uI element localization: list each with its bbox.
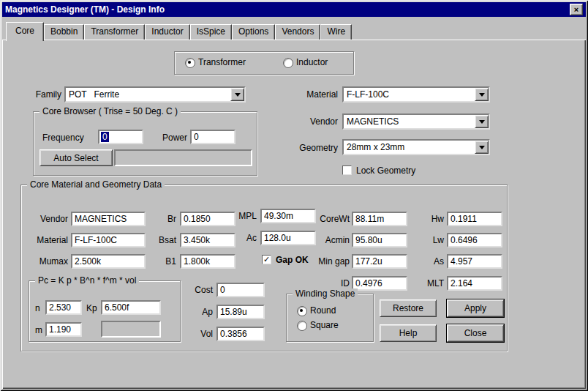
- chevron-down-icon: [235, 93, 241, 97]
- winding-shape-group: Winding Shape Round Square: [286, 294, 374, 342]
- close-button[interactable]: ×: [570, 4, 583, 15]
- family-value: POT Ferrite: [66, 88, 230, 101]
- tab-bobbin[interactable]: Bobbin: [44, 24, 84, 40]
- transformer-radio[interactable]: [185, 58, 195, 68]
- power-input[interactable]: [190, 130, 235, 144]
- chevron-down-icon: [479, 93, 485, 97]
- tab-isspice[interactable]: IsSpice: [190, 24, 232, 40]
- frequency-input[interactable]: 0: [98, 130, 143, 144]
- lw-input[interactable]: [447, 233, 502, 247]
- close-icon: ×: [574, 6, 578, 14]
- auto-select-status-field: [114, 149, 252, 166]
- frequency-label: Frequency: [42, 133, 84, 143]
- winding-shape-title: Winding Shape: [293, 288, 358, 299]
- br-label: Br: [129, 214, 176, 224]
- cd-vendor-label: Vendor: [21, 214, 68, 224]
- mlt-input[interactable]: [447, 276, 502, 291]
- n-label: n: [35, 303, 40, 313]
- apply-button[interactable]: Apply: [447, 299, 504, 317]
- title-bar: Magnetics Designer (TM) - Design Info ×: [2, 2, 586, 17]
- gap-ok-checkbox[interactable]: ✓: [262, 255, 271, 264]
- acmin-label: Acmin: [303, 235, 350, 245]
- m-label: m: [35, 325, 42, 335]
- material-dropdown-button[interactable]: [475, 88, 489, 101]
- auto-select-button[interactable]: Auto Select: [39, 149, 113, 166]
- tab-inductor[interactable]: Inductor: [145, 24, 189, 40]
- tab-core[interactable]: Core: [6, 22, 44, 41]
- cost-label: Cost: [182, 285, 213, 295]
- design-info-window: Magnetics Designer (TM) - Design Info × …: [0, 0, 588, 391]
- material-dropdown[interactable]: F-LF-100C: [342, 86, 490, 103]
- chevron-down-icon: [479, 120, 485, 124]
- tab-options[interactable]: Options: [232, 24, 275, 40]
- close-dialog-button[interactable]: Close: [447, 324, 504, 342]
- square-radio[interactable]: [297, 321, 307, 331]
- power-label: Power: [162, 133, 187, 143]
- inductor-radio[interactable]: [283, 58, 293, 68]
- family-dropdown-button[interactable]: [230, 88, 244, 101]
- material-label: Material: [293, 89, 338, 100]
- window-title: Magnetics Designer (TM) - Design Info: [5, 4, 570, 15]
- n-input[interactable]: [45, 300, 82, 315]
- help-button[interactable]: Help: [380, 324, 437, 342]
- transformer-radio-label[interactable]: Transformer: [198, 57, 246, 67]
- ac-label: Ac: [210, 233, 257, 243]
- kp-input[interactable]: [101, 300, 161, 315]
- mlt-label: MLT: [397, 278, 444, 288]
- restore-button[interactable]: Restore: [380, 299, 437, 317]
- cost-input[interactable]: [216, 283, 265, 297]
- pc-extra-field: [101, 321, 161, 338]
- as-label: As: [397, 256, 444, 267]
- hw-input[interactable]: [447, 212, 502, 226]
- pc-formula-group: Pc = K p * B^n * f^m * vol n Kp m: [29, 280, 181, 342]
- family-dropdown[interactable]: POT Ferrite: [64, 86, 246, 103]
- geometry-dropdown-button[interactable]: [475, 141, 489, 154]
- b1-input[interactable]: [180, 254, 235, 269]
- tab-strip: Core Bobbin Transformer Inductor IsSpice…: [6, 23, 352, 41]
- vendor-value: MAGNETICS: [344, 115, 475, 128]
- corewt-label: CoreWt: [303, 214, 350, 224]
- m-input[interactable]: [45, 322, 82, 337]
- mumax-label: Mumax: [21, 256, 68, 267]
- chevron-down-icon: [479, 146, 485, 149]
- mpl-label: MPL: [210, 211, 257, 221]
- lock-geometry-label[interactable]: Lock Geometry: [356, 165, 415, 176]
- tab-wire[interactable]: Wire: [320, 24, 352, 40]
- lw-label: Lw: [397, 235, 444, 245]
- core-browser-title: Core Browser ( Trise = 50 Deg. C ): [39, 106, 181, 116]
- family-label: Family: [31, 89, 61, 100]
- round-radio-label[interactable]: Round: [310, 305, 336, 316]
- core-data-group: Core Material and Geometry Data Vendor M…: [20, 185, 508, 351]
- id-label: ID: [303, 278, 350, 288]
- design-type-group: Transformer Inductor: [174, 51, 354, 75]
- vol-input[interactable]: [216, 327, 265, 341]
- as-input[interactable]: [447, 254, 502, 269]
- inductor-radio-label[interactable]: Inductor: [296, 57, 328, 67]
- core-browser-group: Core Browser ( Trise = 50 Deg. C ) Frequ…: [33, 111, 257, 176]
- check-icon: ✓: [263, 256, 270, 264]
- frequency-value: 0: [101, 132, 109, 142]
- core-data-title: Core Material and Geometry Data: [27, 179, 165, 190]
- bsat-label: Bsat: [129, 235, 176, 245]
- tab-vendors[interactable]: Vendors: [275, 24, 320, 40]
- material-value: F-LF-100C: [344, 88, 475, 101]
- hw-label: Hw: [397, 214, 444, 224]
- ap-label: Ap: [182, 307, 213, 317]
- b1-label: B1: [129, 256, 176, 267]
- square-radio-label[interactable]: Square: [310, 320, 339, 330]
- cd-material-label: Material: [21, 235, 68, 245]
- min-gap-label: Min gap: [303, 256, 350, 267]
- geometry-value: 28mm x 23mm: [344, 141, 475, 154]
- ap-input[interactable]: [216, 305, 265, 319]
- kp-label: Kp: [86, 303, 97, 313]
- lock-geometry-checkbox[interactable]: [342, 165, 352, 175]
- geometry-label: Geometry: [287, 143, 338, 153]
- round-radio[interactable]: [297, 306, 307, 316]
- vol-label: Vol: [182, 329, 213, 339]
- tab-transformer[interactable]: Transformer: [84, 24, 145, 40]
- vendor-label: Vendor: [293, 116, 338, 127]
- vendor-dropdown[interactable]: MAGNETICS: [342, 113, 490, 130]
- geometry-dropdown[interactable]: 28mm x 23mm: [342, 139, 490, 155]
- pc-formula-title: Pc = K p * B^n * f^m * vol: [35, 275, 139, 286]
- vendor-dropdown-button[interactable]: [475, 115, 489, 128]
